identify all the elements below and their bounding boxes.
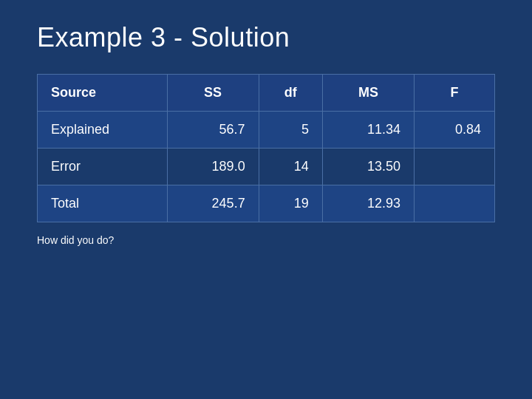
cell-df: 14 [259,149,322,185]
table-row: Total245.71912.93 [38,185,495,222]
col-header-ms: MS [322,75,414,112]
page-title: Example 3 - Solution [37,22,495,53]
col-header-df: df [259,75,322,112]
cell-source: Error [38,149,168,185]
cell-source: Total [38,185,168,222]
cell-f [414,149,494,185]
footnote-text: How did you do? [37,234,495,246]
cell-ms: 12.93 [322,185,414,222]
cell-f: 0.84 [414,112,494,149]
cell-f [414,185,494,222]
table-row: Error189.01413.50 [38,149,495,185]
cell-ss: 56.7 [167,112,259,149]
anova-table: Source SS df MS F Explained56.7511.340.8… [37,74,495,222]
table-header-row: Source SS df MS F [38,75,495,112]
cell-ss: 245.7 [167,185,259,222]
cell-ms: 11.34 [322,112,414,149]
cell-ss: 189.0 [167,149,259,185]
cell-source: Explained [38,112,168,149]
cell-ms: 13.50 [322,149,414,185]
cell-df: 5 [259,112,322,149]
cell-df: 19 [259,185,322,222]
col-header-f: F [414,75,494,112]
main-container: Example 3 - Solution Source SS df MS F E… [0,0,532,261]
col-header-ss: SS [167,75,259,112]
col-header-source: Source [38,75,168,112]
table-row: Explained56.7511.340.84 [38,112,495,149]
